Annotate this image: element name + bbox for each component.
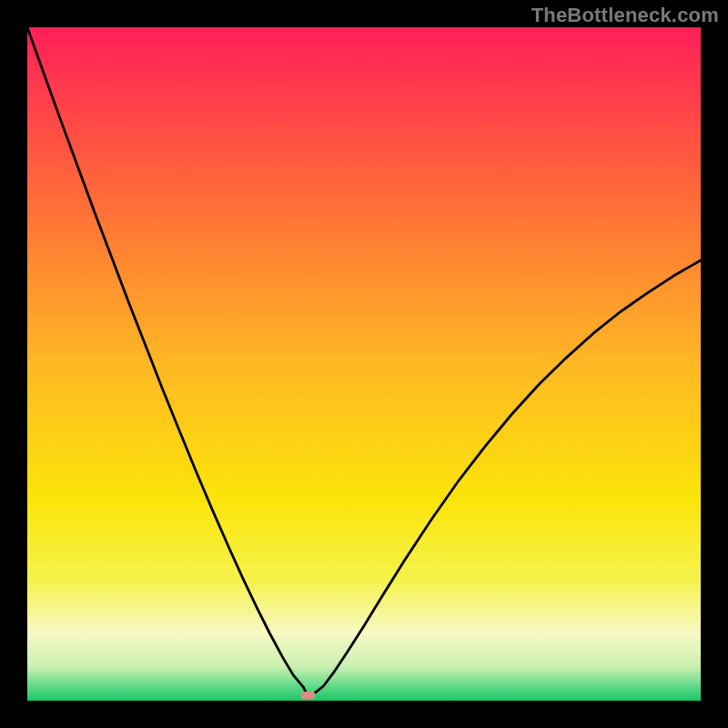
watermark-text: TheBottleneck.com xyxy=(531,4,719,27)
optimum-marker xyxy=(301,692,316,699)
chart-plot xyxy=(27,27,701,701)
chart-container: TheBottleneck.com xyxy=(0,0,728,728)
plot-background xyxy=(27,27,701,701)
